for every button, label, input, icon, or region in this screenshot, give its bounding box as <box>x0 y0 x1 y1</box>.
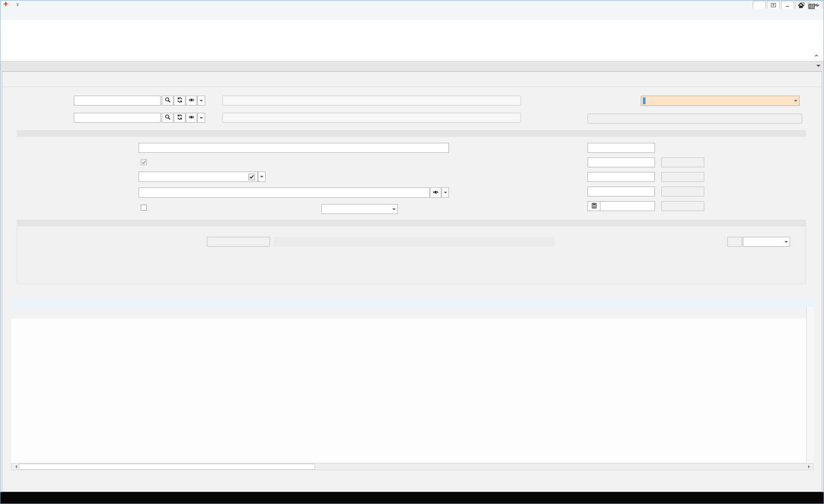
weight-account-input[interactable] <box>600 201 655 211</box>
from-quantity-label <box>107 255 174 265</box>
item-dropdown-button[interactable] <box>197 113 205 123</box>
since-date-combo[interactable] <box>321 204 398 214</box>
fixed-order-qty-unit <box>661 187 704 196</box>
qualified-supplier-row <box>141 205 150 211</box>
chevron-down-icon <box>794 100 797 103</box>
chevron-down-icon <box>200 100 203 103</box>
weight-account-calc-button[interactable] <box>588 201 600 211</box>
since-label <box>282 204 316 214</box>
item-code-label <box>11 113 69 123</box>
chevron-down-icon <box>785 241 788 244</box>
minimize-button[interactable] <box>781 1 794 9</box>
grid-horizontal-scrollbar <box>11 463 814 470</box>
help-button[interactable] <box>753 1 766 9</box>
assessment-label <box>71 143 129 153</box>
qualified-supplier-checkbox[interactable] <box>141 205 147 211</box>
ribbon-pin-button[interactable] <box>767 1 780 9</box>
terms-effectivity-date-label <box>54 172 129 181</box>
category-value <box>588 114 802 124</box>
app-logo-icon <box>3 1 9 9</box>
purchase-price-header <box>17 220 806 226</box>
price-note <box>274 237 554 247</box>
supplier-search-button[interactable] <box>162 96 173 106</box>
calculator-icon <box>591 203 597 210</box>
arrow-left-icon <box>14 465 17 468</box>
document-tabs <box>0 61 824 71</box>
minimum-order-quantity-unit <box>661 157 704 167</box>
supplier-display <box>222 96 521 106</box>
minimum-order-quantity-input[interactable] <box>588 157 655 167</box>
eye-icon <box>433 189 439 196</box>
item-view-button[interactable] <box>186 113 197 123</box>
ribbon-collapse-icon[interactable] <box>814 53 819 59</box>
menu-right-icons <box>794 2 820 10</box>
supplier-ref-label <box>71 187 129 197</box>
search-icon <box>165 114 171 121</box>
description-conditions-header <box>17 130 806 137</box>
scroll-right-button[interactable] <box>806 464 813 470</box>
chevron-down-icon <box>816 5 820 8</box>
parafiscal-percent-box <box>727 237 742 247</box>
arrow-right-icon <box>808 465 812 468</box>
price-unit-box <box>207 237 270 247</box>
package-qty-unit <box>661 172 704 182</box>
terms-effectivity-date-field[interactable] <box>139 172 258 182</box>
supplier-ref-view-button[interactable] <box>430 187 441 198</box>
eye-icon <box>188 97 194 104</box>
other-item-suppliers-value <box>643 97 645 104</box>
price-row-label <box>39 269 106 279</box>
item-refresh-button[interactable] <box>174 113 185 123</box>
other-item-suppliers-label <box>560 96 639 106</box>
terms-date-dropdown-button[interactable] <box>258 172 266 182</box>
chevron-down-icon <box>444 192 447 195</box>
change-main-supplier-checkbox[interactable] <box>141 159 147 165</box>
scrollbar-thumb[interactable] <box>19 464 315 470</box>
assessment-input[interactable] <box>139 143 449 153</box>
chevron-down-icon <box>200 117 203 121</box>
refresh-icon <box>177 97 183 104</box>
weight-account-label <box>474 201 584 211</box>
category-label <box>521 114 581 124</box>
other-item-suppliers-combo[interactable] <box>641 96 800 106</box>
grid-vertical-scrollbar[interactable] <box>806 307 814 462</box>
item-code-input[interactable] <box>74 113 161 123</box>
conditions-grid-header <box>11 299 814 307</box>
bottom-black-bar <box>0 492 824 504</box>
weight-account-unit <box>661 201 704 211</box>
item-display <box>222 113 521 123</box>
supplier-label <box>11 96 69 106</box>
parafiscal-tax-combo[interactable] <box>743 237 790 247</box>
ht-purchase-price-label <box>79 237 175 247</box>
supplier-refresh-button[interactable] <box>174 96 185 106</box>
item-search-button[interactable] <box>162 113 173 123</box>
parafiscal-tax-label <box>674 237 726 247</box>
tabs-underline <box>2 87 822 87</box>
package-qty-label <box>474 172 584 182</box>
supplier-dropdown-button[interactable] <box>197 96 205 106</box>
quick-access-caret-icon[interactable] <box>15 2 20 8</box>
delivery-lead-time-input[interactable] <box>588 143 655 153</box>
grid-menu-icon[interactable] <box>808 3 820 10</box>
supplier-input[interactable] <box>74 96 161 106</box>
chevron-down-icon <box>392 208 396 212</box>
minimum-order-quantity-label <box>474 157 584 167</box>
purchase-price-section <box>17 220 806 284</box>
eye-icon <box>188 114 194 121</box>
title-bar <box>0 0 824 9</box>
menu-bar <box>0 9 824 20</box>
package-qty-input[interactable] <box>588 172 655 182</box>
purchase-terms-page <box>2 71 822 492</box>
supplier-ref-input[interactable] <box>139 187 430 198</box>
change-main-supplier-row <box>141 159 150 165</box>
search-icon <box>165 97 171 104</box>
fixed-order-qty-input[interactable] <box>588 187 655 196</box>
tab-list-caret-icon[interactable] <box>816 65 821 69</box>
supplier-view-button[interactable] <box>186 96 197 106</box>
scroll-left-button[interactable] <box>12 464 19 470</box>
fixed-order-qty-label <box>474 187 584 196</box>
refresh-icon <box>177 114 183 121</box>
home-icon[interactable] <box>797 2 804 10</box>
date-checkbox[interactable] <box>248 174 255 180</box>
chevron-down-icon <box>260 176 264 179</box>
supplier-ref-dropdown-button[interactable] <box>442 187 449 198</box>
